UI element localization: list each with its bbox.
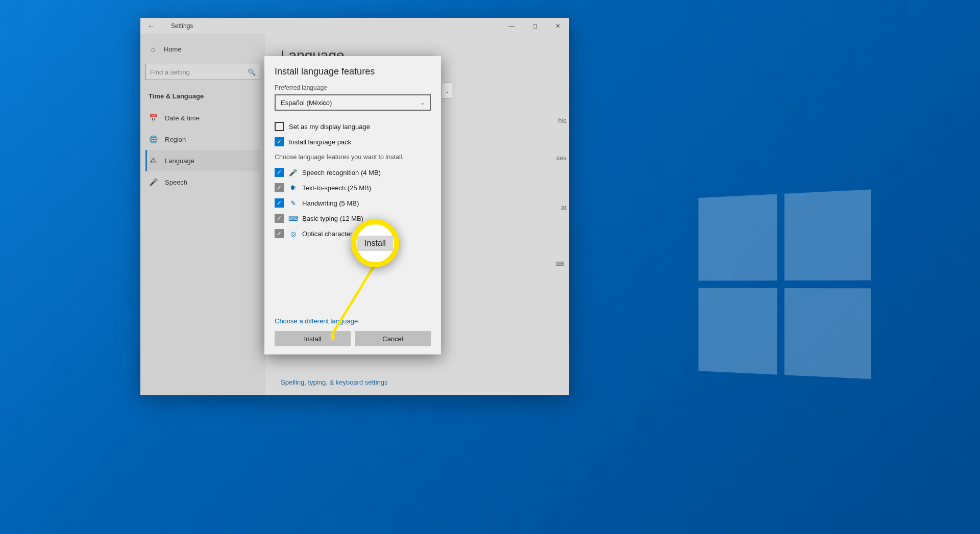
- callout-label: Install: [357, 236, 393, 251]
- maximize-button[interactable]: ◻: [523, 18, 546, 34]
- option-label: Text-to-speech (25 MB): [302, 184, 371, 192]
- pen-icon: ✎: [289, 199, 297, 207]
- calendar-icon: 📅: [149, 113, 158, 122]
- speaker-icon: 🗣: [289, 184, 297, 192]
- mic-icon: 🎤: [289, 168, 297, 176]
- search-placeholder: Find a setting: [150, 68, 190, 76]
- globe-icon: 🌐: [149, 135, 158, 144]
- obscured-dropdown-chevron[interactable]: ⌄: [442, 83, 452, 99]
- sidebar-section: Time & Language: [145, 89, 260, 107]
- home-label: Home: [164, 45, 182, 53]
- choose-different-language-link[interactable]: Choose a different language: [275, 317, 431, 325]
- preferred-language-dropdown[interactable]: Español (México) ⌄: [275, 94, 431, 111]
- window-controls: — ◻ ✕: [500, 18, 569, 34]
- search-input[interactable]: Find a setting 🔍: [145, 64, 260, 80]
- search-icon: 🔍: [248, 68, 256, 76]
- checkbox-checked-icon: ✓: [275, 198, 284, 208]
- language-icon: ⁂: [149, 156, 158, 165]
- obscured-text: his: [558, 117, 567, 124]
- cancel-button[interactable]: Cancel: [355, 331, 431, 346]
- dropdown-value: Español (México): [281, 99, 332, 107]
- checkbox-speech-recognition[interactable]: ✓ 🎤 Speech recognition (4 MB): [275, 165, 431, 180]
- checkbox-handwriting[interactable]: ✓ ✎ Handwriting (5 MB): [275, 195, 431, 211]
- app-title: Settings: [171, 22, 193, 30]
- option-label: Handwriting (5 MB): [302, 199, 359, 207]
- close-button[interactable]: ✕: [546, 18, 569, 34]
- preferred-language-label: Preferred language: [275, 84, 431, 91]
- install-language-dialog: Install language features Preferred lang…: [264, 56, 441, 354]
- checkbox-checked-icon: ✓: [275, 137, 284, 146]
- sidebar-item-region[interactable]: 🌐 Region: [145, 129, 260, 150]
- windows-logo-bg: [698, 189, 873, 382]
- dialog-title: Install language features: [275, 66, 431, 77]
- sidebar-item-label: Language: [165, 157, 194, 165]
- keyboard-icon: ⌨: [289, 214, 297, 222]
- checkbox-checked-disabled-icon: ✓: [275, 183, 284, 192]
- checkbox-unchecked-icon: [275, 122, 284, 131]
- obscured-text: ses: [556, 154, 567, 162]
- sidebar-item-label: Speech: [165, 179, 187, 186]
- sidebar-item-language[interactable]: ⁂ Language: [145, 150, 260, 171]
- sidebar-item-datetime[interactable]: 📅 Date & time: [145, 107, 260, 129]
- mic-icon: 🎤: [149, 177, 158, 187]
- back-icon[interactable]: ←: [148, 22, 158, 30]
- option-label: Basic typing (12 MB): [302, 215, 363, 222]
- sidebar-item-speech[interactable]: 🎤 Speech: [145, 171, 260, 193]
- option-label: Set as my display language: [289, 123, 370, 131]
- checkbox-checked-disabled-icon: ✓: [275, 214, 284, 223]
- option-label: Install language pack: [289, 138, 351, 146]
- features-hint: Choose language features you want to ins…: [275, 154, 431, 161]
- keyboard-icon: ⌨: [556, 261, 564, 267]
- checkbox-tts[interactable]: ✓ 🗣 Text-to-speech (25 MB): [275, 180, 431, 195]
- sidebar-item-label: Region: [165, 136, 186, 143]
- sidebar-item-label: Date & time: [165, 114, 200, 122]
- minimize-button[interactable]: —: [500, 18, 523, 34]
- checkbox-display-language[interactable]: Set as my display language: [275, 119, 431, 134]
- chevron-down-icon: ⌄: [420, 99, 425, 106]
- install-button[interactable]: Install: [275, 331, 351, 346]
- titlebar: ← Settings — ◻ ✕: [140, 18, 569, 34]
- related-settings-link[interactable]: Spelling, typing, & keyboard settings: [281, 378, 388, 386]
- sidebar: ⌂ Home Find a setting 🔍 Time & Language …: [140, 34, 265, 395]
- obscured-text: at: [561, 204, 567, 211]
- callout-highlight: Install: [351, 219, 399, 267]
- checkbox-checked-disabled-icon: ✓: [275, 229, 284, 238]
- checkbox-basic-typing[interactable]: ✓ ⌨ Basic typing (12 MB): [275, 211, 431, 226]
- sidebar-home[interactable]: ⌂ Home: [145, 40, 260, 58]
- home-icon: ⌂: [149, 44, 158, 54]
- checkbox-checked-icon: ✓: [275, 168, 284, 177]
- ocr-icon: ◎: [289, 230, 297, 238]
- checkbox-language-pack[interactable]: ✓ Install language pack: [275, 134, 431, 149]
- option-label: Speech recognition (4 MB): [302, 169, 381, 176]
